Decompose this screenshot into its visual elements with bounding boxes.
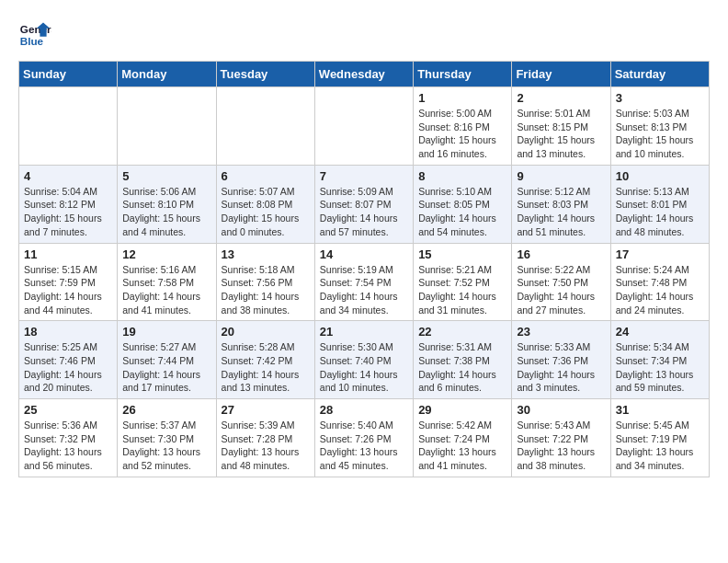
calendar-cell: 16Sunrise: 5:22 AM Sunset: 7:50 PM Dayli… — [512, 243, 610, 321]
day-detail: Sunrise: 5:30 AM Sunset: 7:40 PM Dayligh… — [320, 340, 408, 395]
day-number: 25 — [24, 403, 112, 417]
calendar-cell: 2Sunrise: 5:01 AM Sunset: 8:15 PM Daylig… — [512, 87, 610, 166]
day-number: 24 — [616, 325, 704, 339]
day-detail: Sunrise: 5:04 AM Sunset: 8:12 PM Dayligh… — [24, 185, 112, 239]
day-detail: Sunrise: 5:40 AM Sunset: 7:26 PM Dayligh… — [320, 419, 408, 473]
day-detail: Sunrise: 5:28 AM Sunset: 7:42 PM Dayligh… — [222, 340, 310, 395]
calendar-table: SundayMondayTuesdayWednesdayThursdayFrid… — [18, 61, 710, 477]
calendar-cell: 22Sunrise: 5:31 AM Sunset: 7:38 PM Dayli… — [414, 321, 512, 399]
day-number: 30 — [517, 403, 605, 417]
calendar-cell: 29Sunrise: 5:42 AM Sunset: 7:24 PM Dayli… — [414, 399, 512, 477]
day-detail: Sunrise: 5:07 AM Sunset: 8:08 PM Dayligh… — [222, 185, 310, 239]
calendar-cell — [118, 87, 216, 166]
calendar-cell: 5Sunrise: 5:06 AM Sunset: 8:10 PM Daylig… — [118, 165, 216, 243]
day-detail: Sunrise: 5:13 AM Sunset: 8:01 PM Dayligh… — [616, 185, 704, 239]
day-detail: Sunrise: 5:22 AM Sunset: 7:50 PM Dayligh… — [517, 263, 605, 317]
day-detail: Sunrise: 5:19 AM Sunset: 7:54 PM Dayligh… — [320, 263, 408, 317]
day-detail: Sunrise: 5:03 AM Sunset: 8:13 PM Dayligh… — [616, 107, 704, 161]
calendar-cell: 27Sunrise: 5:39 AM Sunset: 7:28 PM Dayli… — [216, 399, 314, 477]
calendar-cell — [314, 87, 413, 166]
day-number: 3 — [616, 91, 704, 105]
calendar-cell: 20Sunrise: 5:28 AM Sunset: 7:42 PM Dayli… — [216, 321, 314, 399]
day-number: 19 — [122, 325, 210, 339]
calendar-week-row: 25Sunrise: 5:36 AM Sunset: 7:32 PM Dayli… — [19, 399, 710, 477]
day-number: 8 — [418, 169, 506, 183]
logo-icon: General Blue — [18, 18, 51, 52]
day-number: 11 — [24, 247, 112, 261]
calendar-cell: 21Sunrise: 5:30 AM Sunset: 7:40 PM Dayli… — [314, 321, 413, 399]
calendar-cell: 26Sunrise: 5:37 AM Sunset: 7:30 PM Dayli… — [118, 399, 216, 477]
day-number: 15 — [418, 247, 506, 261]
day-number: 13 — [222, 247, 310, 261]
day-number: 29 — [418, 403, 506, 417]
calendar-cell — [216, 87, 314, 166]
svg-text:General: General — [20, 23, 51, 35]
day-detail: Sunrise: 5:01 AM Sunset: 8:15 PM Dayligh… — [517, 107, 605, 161]
day-detail: Sunrise: 5:21 AM Sunset: 7:52 PM Dayligh… — [418, 263, 506, 317]
day-number: 6 — [222, 169, 310, 183]
calendar-cell: 7Sunrise: 5:09 AM Sunset: 8:07 PM Daylig… — [314, 165, 413, 243]
calendar-week-row: 4Sunrise: 5:04 AM Sunset: 8:12 PM Daylig… — [19, 165, 710, 243]
calendar-cell: 19Sunrise: 5:27 AM Sunset: 7:44 PM Dayli… — [118, 321, 216, 399]
day-number: 10 — [616, 169, 704, 183]
calendar-cell — [19, 87, 118, 166]
day-number: 12 — [122, 247, 210, 261]
day-number: 16 — [517, 247, 605, 261]
calendar-cell: 28Sunrise: 5:40 AM Sunset: 7:26 PM Dayli… — [314, 399, 413, 477]
calendar-cell: 9Sunrise: 5:12 AM Sunset: 8:03 PM Daylig… — [512, 165, 610, 243]
calendar-cell: 6Sunrise: 5:07 AM Sunset: 8:08 PM Daylig… — [216, 165, 314, 243]
day-number: 27 — [222, 403, 310, 417]
calendar-cell: 13Sunrise: 5:18 AM Sunset: 7:56 PM Dayli… — [216, 243, 314, 321]
logo: General Blue — [18, 18, 51, 52]
day-number: 4 — [24, 169, 112, 183]
day-detail: Sunrise: 5:24 AM Sunset: 7:48 PM Dayligh… — [616, 263, 704, 317]
day-number: 26 — [122, 403, 210, 417]
day-number: 1 — [418, 91, 506, 105]
calendar-cell: 11Sunrise: 5:15 AM Sunset: 7:59 PM Dayli… — [19, 243, 118, 321]
calendar-cell: 15Sunrise: 5:21 AM Sunset: 7:52 PM Dayli… — [414, 243, 512, 321]
day-of-week-header: Monday — [118, 62, 216, 87]
day-of-week-header: Thursday — [414, 62, 512, 87]
day-number: 23 — [517, 325, 605, 339]
day-number: 22 — [418, 325, 506, 339]
day-detail: Sunrise: 5:09 AM Sunset: 8:07 PM Dayligh… — [320, 185, 408, 239]
day-number: 7 — [320, 169, 408, 183]
calendar-cell: 31Sunrise: 5:45 AM Sunset: 7:19 PM Dayli… — [610, 399, 709, 477]
day-number: 20 — [222, 325, 310, 339]
calendar-cell: 18Sunrise: 5:25 AM Sunset: 7:46 PM Dayli… — [19, 321, 118, 399]
day-number: 5 — [122, 169, 210, 183]
day-detail: Sunrise: 5:25 AM Sunset: 7:46 PM Dayligh… — [24, 340, 112, 395]
calendar-week-row: 11Sunrise: 5:15 AM Sunset: 7:59 PM Dayli… — [19, 243, 710, 321]
calendar-cell: 1Sunrise: 5:00 AM Sunset: 8:16 PM Daylig… — [414, 87, 512, 166]
calendar-week-row: 18Sunrise: 5:25 AM Sunset: 7:46 PM Dayli… — [19, 321, 710, 399]
calendar-cell: 23Sunrise: 5:33 AM Sunset: 7:36 PM Dayli… — [512, 321, 610, 399]
day-detail: Sunrise: 5:45 AM Sunset: 7:19 PM Dayligh… — [616, 419, 704, 473]
page-header: General Blue — [18, 18, 710, 52]
day-detail: Sunrise: 5:39 AM Sunset: 7:28 PM Dayligh… — [222, 419, 310, 473]
day-number: 2 — [517, 91, 605, 105]
day-detail: Sunrise: 5:12 AM Sunset: 8:03 PM Dayligh… — [517, 185, 605, 239]
calendar-cell: 14Sunrise: 5:19 AM Sunset: 7:54 PM Dayli… — [314, 243, 413, 321]
day-of-week-header: Friday — [512, 62, 610, 87]
calendar-cell: 12Sunrise: 5:16 AM Sunset: 7:58 PM Dayli… — [118, 243, 216, 321]
day-detail: Sunrise: 5:15 AM Sunset: 7:59 PM Dayligh… — [24, 263, 112, 317]
day-number: 14 — [320, 247, 408, 261]
calendar-cell: 30Sunrise: 5:43 AM Sunset: 7:22 PM Dayli… — [512, 399, 610, 477]
day-detail: Sunrise: 5:18 AM Sunset: 7:56 PM Dayligh… — [222, 263, 310, 317]
day-detail: Sunrise: 5:43 AM Sunset: 7:22 PM Dayligh… — [517, 419, 605, 473]
day-detail: Sunrise: 5:42 AM Sunset: 7:24 PM Dayligh… — [418, 419, 506, 473]
day-number: 31 — [616, 403, 704, 417]
day-detail: Sunrise: 5:00 AM Sunset: 8:16 PM Dayligh… — [418, 107, 506, 161]
calendar-cell: 8Sunrise: 5:10 AM Sunset: 8:05 PM Daylig… — [414, 165, 512, 243]
day-detail: Sunrise: 5:36 AM Sunset: 7:32 PM Dayligh… — [24, 419, 112, 473]
day-number: 18 — [24, 325, 112, 339]
day-number: 28 — [320, 403, 408, 417]
day-detail: Sunrise: 5:33 AM Sunset: 7:36 PM Dayligh… — [517, 340, 605, 395]
day-number: 17 — [616, 247, 704, 261]
calendar-cell: 17Sunrise: 5:24 AM Sunset: 7:48 PM Dayli… — [610, 243, 709, 321]
day-number: 21 — [320, 325, 408, 339]
day-number: 9 — [517, 169, 605, 183]
calendar-cell: 10Sunrise: 5:13 AM Sunset: 8:01 PM Dayli… — [610, 165, 709, 243]
day-of-week-header: Tuesday — [216, 62, 314, 87]
day-detail: Sunrise: 5:06 AM Sunset: 8:10 PM Dayligh… — [122, 185, 210, 239]
